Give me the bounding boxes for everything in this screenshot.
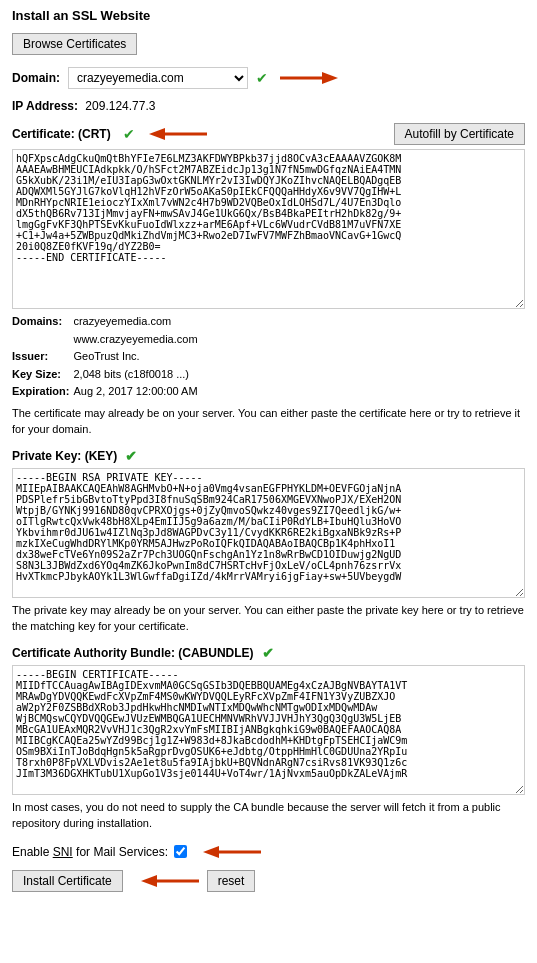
certificate-meta: Domains: crazyeyemedia.comwww.crazyeyeme… <box>12 313 525 401</box>
svg-marker-7 <box>141 875 157 887</box>
reset-button[interactable]: reset <box>207 870 256 892</box>
issuer-label: Issuer: <box>12 348 73 366</box>
issuer-value: GeoTrust Inc. <box>73 348 201 366</box>
ip-address-row: IP Address: 209.124.77.3 <box>12 99 525 113</box>
certificate-check-icon: ✔ <box>123 126 135 142</box>
browse-certificates-button[interactable]: Browse Certificates <box>12 33 137 55</box>
domain-select[interactable]: crazyeyemedia.com <box>68 67 248 89</box>
private-key-note: The private key may already be on your s… <box>12 602 525 635</box>
cabundle-textarea[interactable]: -----BEGIN CERTIFICATE----- MIIDfTCCAuag… <box>12 665 525 795</box>
cabundle-title-group: Certificate Authority Bundle: (CABUNDLE)… <box>12 645 525 661</box>
key-size-value: 2,048 bits (c18f0018 ...) <box>73 366 201 384</box>
install-arrow-icon <box>139 871 199 891</box>
private-key-title-group: Private Key: (KEY) ✔ <box>12 448 525 464</box>
bottom-buttons-row: Install Certificate reset <box>12 870 525 892</box>
svg-marker-3 <box>149 128 165 140</box>
cabundle-title: Certificate Authority Bundle: (CABUNDLE) <box>12 646 254 660</box>
key-size-label: Key Size: <box>12 366 73 384</box>
certificate-title-group: Certificate: (CRT) ✔ <box>12 124 207 144</box>
private-key-textarea[interactable]: -----BEGIN RSA PRIVATE KEY----- MIIEpAIB… <box>12 468 525 598</box>
cabundle-note: In most cases, you do not need to supply… <box>12 799 525 832</box>
domain-label: Domain: <box>12 71 60 85</box>
sni-checkbox[interactable] <box>174 845 187 858</box>
sni-row: Enable SNI for Mail Services: <box>12 842 525 862</box>
certificate-section: Certificate: (CRT) ✔ Autofill by Certifi… <box>12 123 525 438</box>
certificate-header: Certificate: (CRT) ✔ Autofill by Certifi… <box>12 123 525 145</box>
ip-label: IP Address: <box>12 99 81 113</box>
cabundle-check-icon: ✔ <box>262 645 274 661</box>
ip-value: 209.124.77.3 <box>85 99 155 113</box>
svg-marker-1 <box>322 72 338 84</box>
svg-marker-5 <box>203 846 219 858</box>
domain-arrow-icon <box>280 68 340 88</box>
domain-check-icon: ✔ <box>256 70 268 86</box>
domains-label: Domains: <box>12 313 73 348</box>
certificate-title: Certificate: (CRT) <box>12 127 111 141</box>
expiration-label: Expiration: <box>12 383 73 401</box>
certificate-textarea[interactable]: hQFXpscAdgCkuQmQtBhYFIe7E6LMZ3AKFDWYBPkb… <box>12 149 525 309</box>
domains-value: crazyeyemedia.comwww.crazyeyemedia.com <box>73 313 201 348</box>
cabundle-section: Certificate Authority Bundle: (CABUNDLE)… <box>12 645 525 832</box>
certificate-left-arrow-icon <box>147 124 207 144</box>
domain-row: Domain: crazyeyemedia.com ✔ <box>12 67 525 89</box>
private-key-section: Private Key: (KEY) ✔ -----BEGIN RSA PRIV… <box>12 448 525 635</box>
private-key-check-icon: ✔ <box>125 448 137 464</box>
private-key-title: Private Key: (KEY) <box>12 449 117 463</box>
sni-label: Enable SNI for Mail Services: <box>12 845 168 859</box>
sni-arrow-icon <box>201 842 261 862</box>
certificate-note: The certificate may already be on your s… <box>12 405 525 438</box>
install-certificate-button[interactable]: Install Certificate <box>12 870 123 892</box>
page-title: Install an SSL Website <box>12 8 525 23</box>
autofill-button[interactable]: Autofill by Certificate <box>394 123 525 145</box>
expiration-value: Aug 2, 2017 12:00:00 AM <box>73 383 201 401</box>
